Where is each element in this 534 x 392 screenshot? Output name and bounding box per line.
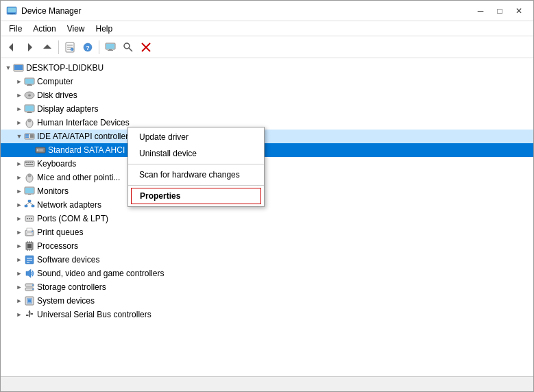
software-label: Software devices [37, 255, 99, 265]
monitor-button[interactable] [102, 39, 119, 56]
context-menu-sep-1 [128, 164, 264, 164]
storage-label: Storage controllers [37, 282, 106, 292]
sound-label: Sound, video and game controllers [37, 269, 164, 278]
svg-rect-56 [28, 194, 31, 195]
disk-icon [24, 90, 35, 101]
tree-system[interactable]: ► System devices [1, 294, 533, 308]
software-icon [24, 254, 35, 265]
forward-button[interactable] [21, 39, 38, 56]
tree-usb[interactable]: ► Universal Serial Bus controllers [1, 308, 533, 321]
back-button[interactable] [3, 39, 20, 56]
mice-icon [24, 172, 35, 183]
svg-rect-18 [108, 50, 113, 51]
context-menu-sep-2 [128, 185, 264, 186]
tree-computer[interactable]: ► Computer [1, 75, 533, 88]
tree-hid[interactable]: ► Human Interface Devices [1, 116, 533, 130]
system-icon [24, 295, 35, 306]
software-expand-icon: ► [14, 255, 24, 265]
menu-action[interactable]: Action [27, 23, 61, 35]
context-menu: Update driver Uninstall device Scan for … [128, 127, 265, 207]
ports-expand-icon: ► [14, 214, 24, 223]
tree-software[interactable]: ► Software devices [1, 253, 533, 267]
hid-label: Human Interface Devices [37, 118, 130, 127]
menu-help[interactable]: Help [90, 23, 119, 35]
svg-line-60 [26, 202, 29, 205]
processors-label: Processors [37, 241, 78, 251]
disk-label: Disk drives [37, 90, 77, 100]
remove-button[interactable] [138, 39, 154, 56]
menu-bar: File Action View Help [1, 21, 533, 36]
menu-view[interactable]: View [62, 23, 90, 35]
svg-rect-89 [28, 299, 31, 302]
tree-ide[interactable]: ▼ IDE ATA/ATAPI controllers [1, 130, 533, 143]
context-menu-scan[interactable]: Scan for hardware changes [128, 167, 264, 183]
svg-rect-33 [28, 112, 31, 112]
print-label: Print queues [37, 228, 83, 237]
svg-marker-5 [28, 43, 32, 51]
print-expand-icon: ► [14, 228, 24, 237]
sound-expand-icon: ► [14, 269, 24, 278]
ide-expand-icon: ▼ [14, 132, 24, 141]
title-bar: Device Manager ─ □ ✕ [1, 1, 533, 21]
context-menu-properties[interactable]: Properties [131, 188, 261, 204]
svg-rect-17 [109, 49, 112, 50]
tree-network[interactable]: ► Network adapters [1, 198, 533, 212]
svg-rect-59 [32, 205, 34, 207]
svg-point-86 [32, 289, 34, 290]
hid-expand-icon: ► [14, 118, 24, 127]
ide-label: IDE ATA/ATAPI controllers [37, 132, 132, 141]
svg-rect-50 [26, 164, 33, 165]
tree-monitors[interactable]: ► Monitors [1, 184, 533, 198]
ide-icon [24, 131, 35, 142]
svg-rect-3 [10, 14, 13, 14]
properties-small-button[interactable]: i [62, 39, 78, 56]
svg-rect-57 [28, 200, 31, 202]
hid-icon [24, 117, 35, 128]
root-expand-icon: ▼ [3, 63, 13, 73]
device-tree[interactable]: ▼ DESKTOP-LDIDKBU ► [1, 58, 533, 376]
svg-line-61 [29, 202, 33, 205]
svg-rect-41 [30, 134, 34, 138]
svg-rect-34 [27, 112, 32, 113]
toolbar-separator-2 [99, 40, 99, 54]
display-label: Display adapters [37, 104, 98, 114]
context-menu-update-driver[interactable]: Update driver [128, 129, 264, 145]
tree-disk-drives[interactable]: ► Disk drives [1, 88, 533, 102]
tree-display-adapters[interactable]: ► Display adapters [1, 102, 533, 116]
tree-ports[interactable]: ► Ports (COM & LPT) [1, 212, 533, 225]
svg-line-20 [129, 48, 132, 51]
svg-rect-1 [8, 8, 16, 12]
sound-icon [24, 268, 35, 279]
tree-root[interactable]: ▼ DESKTOP-LDIDKBU [1, 61, 533, 75]
tree-sound[interactable]: ► Sound, video and game controllers [1, 267, 533, 280]
maximize-button[interactable]: □ [491, 4, 509, 18]
up-button[interactable] [39, 39, 56, 56]
tree-keyboards[interactable]: ► Keyboards [1, 157, 533, 171]
svg-marker-4 [9, 43, 13, 51]
tree-print[interactable]: ► Print queues [1, 225, 533, 239]
minimize-button[interactable]: ─ [472, 4, 489, 18]
svg-rect-92 [26, 315, 28, 316]
tree-sata[interactable]: Standard SATA AHCI Controller [1, 143, 533, 157]
disk-expand-icon: ► [14, 90, 24, 100]
computer-expand-icon: ► [14, 77, 24, 86]
usb-expand-icon: ► [14, 310, 24, 319]
svg-rect-39 [25, 134, 29, 136]
search-button[interactable] [120, 39, 136, 56]
menu-file[interactable]: File [3, 23, 27, 35]
tree-mice[interactable]: ► Mice and other pointi... [1, 171, 533, 184]
computer-label: Computer [37, 77, 73, 86]
network-expand-icon: ► [14, 200, 24, 210]
svg-rect-40 [25, 136, 29, 138]
svg-rect-27 [27, 84, 32, 85]
sata-icon [35, 145, 46, 156]
storage-icon [24, 282, 35, 293]
root-icon [13, 62, 24, 73]
tree-storage[interactable]: ► Storage controllers [1, 280, 533, 294]
close-button[interactable]: ✕ [510, 4, 528, 18]
window-title: Device Manager [21, 6, 81, 16]
context-menu-uninstall[interactable]: Uninstall device [128, 145, 264, 162]
window-icon [6, 5, 17, 16]
tree-processors[interactable]: ► Processors [1, 239, 533, 253]
help-button[interactable]: ? [80, 39, 96, 56]
